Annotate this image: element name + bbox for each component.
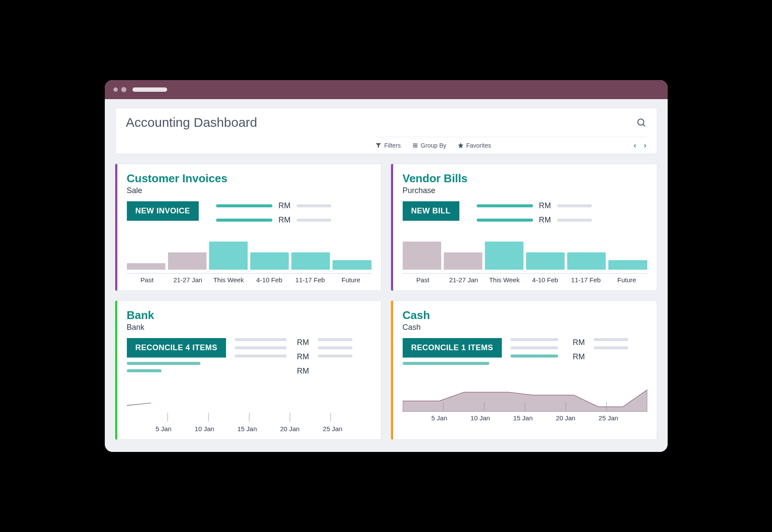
- chart-bar: [127, 263, 165, 270]
- bar-x-axis: Past21-27 JanThis Week4-10 Feb11-17 FebF…: [127, 273, 371, 284]
- favorites-label: Favorites: [466, 142, 491, 149]
- app-window: Accounting Dashboard Filters Group By Fa…: [105, 80, 668, 452]
- currency-label: RM: [539, 216, 551, 225]
- axis-tick-label: 10 Jan: [471, 414, 490, 422]
- chart-bar: [250, 252, 289, 270]
- metric-row: RM: [477, 201, 647, 210]
- list-icon: [412, 142, 418, 148]
- axis-tick-label: 20 Jan: [280, 425, 300, 432]
- axis-tick-label: Past: [403, 276, 443, 284]
- card-cash: Cash Cash RECONCILE 1 ITEMS RM RM: [391, 300, 657, 440]
- axis-tick-label: Past: [127, 276, 168, 284]
- placeholder-bar: [216, 219, 272, 222]
- svg-line-1: [643, 125, 645, 127]
- prev-button[interactable]: ‹: [634, 142, 636, 149]
- chart-bar: [526, 252, 565, 270]
- placeholder-bar: [594, 338, 628, 341]
- axis-tick-label: 25 Jan: [323, 425, 342, 432]
- placeholder-bar: [297, 219, 331, 222]
- chart-bar: [291, 252, 330, 270]
- star-icon: [458, 142, 464, 148]
- groupby-button[interactable]: Group By: [412, 142, 446, 149]
- axis-tick-label: This Week: [208, 276, 249, 284]
- filters-label: Filters: [384, 142, 401, 149]
- chart-bar: [403, 242, 441, 270]
- bank-area-chart: [127, 384, 371, 422]
- currency-label: RM: [573, 352, 585, 361]
- placeholder-bar: [318, 338, 352, 341]
- axis-tick-label: 4-10 Feb: [525, 276, 565, 284]
- placeholder-bar: [477, 219, 533, 222]
- card-subtitle: Cash: [403, 323, 647, 332]
- currency-label: RM: [297, 367, 309, 376]
- placeholder-bar: [557, 204, 592, 207]
- card-title[interactable]: Bank: [127, 309, 371, 322]
- metric-row: RM: [477, 216, 647, 225]
- metric-row: RM: [216, 201, 371, 210]
- card-subtitle: Bank: [127, 323, 371, 332]
- area-x-axis: 5 Jan10 Jan15 Jan20 Jan25 Jan: [403, 412, 647, 422]
- card-subtitle: Sale: [127, 186, 371, 195]
- axis-tick-label: 21-27 Jan: [168, 276, 208, 284]
- placeholder-bar: [297, 204, 331, 207]
- placeholder-bar: [235, 346, 287, 349]
- page-title: Accounting Dashboard: [126, 115, 258, 130]
- groupby-label: Group By: [421, 142, 446, 149]
- currency-label: RM: [539, 201, 551, 210]
- new-invoice-button[interactable]: NEW INVOICE: [127, 201, 199, 221]
- placeholder-bar: [403, 362, 489, 365]
- currency-label: RM: [573, 338, 585, 347]
- axis-tick-label: Future: [330, 276, 371, 284]
- next-button[interactable]: ›: [644, 142, 646, 149]
- placeholder-bar: [318, 346, 352, 349]
- placeholder-bar: [235, 355, 287, 358]
- card-bank: Bank Bank RECONCILE 4 ITEMS RM: [115, 300, 381, 440]
- chart-bar: [444, 252, 482, 270]
- currency-label: RM: [278, 216, 291, 225]
- currency-label: RM: [278, 201, 291, 210]
- card-subtitle: Purchase: [403, 186, 647, 195]
- currency-label: RM: [297, 352, 309, 361]
- placeholder-bar: [594, 346, 628, 349]
- invoices-bar-chart: [127, 235, 371, 270]
- cash-area-chart: [403, 373, 647, 412]
- placeholder-bar: [510, 355, 558, 358]
- placeholder-bar: [510, 346, 558, 349]
- bills-bar-chart: [403, 235, 647, 270]
- chart-bar: [567, 252, 606, 270]
- card-title[interactable]: Customer Invoices: [127, 172, 371, 185]
- axis-tick-label: 4-10 Feb: [249, 276, 290, 284]
- svg-point-0: [638, 119, 644, 125]
- placeholder-bar: [216, 204, 272, 207]
- axis-tick-label: 5 Jan: [155, 425, 171, 432]
- axis-tick-label: 15 Jan: [237, 425, 257, 432]
- axis-tick-label: Future: [606, 276, 647, 284]
- window-dot: [121, 87, 126, 92]
- placeholder-bar: [557, 219, 592, 222]
- axis-tick-label: 20 Jan: [556, 414, 575, 422]
- axis-tick-label: 11-17 Feb: [565, 276, 606, 284]
- reconcile-bank-button[interactable]: RECONCILE 4 ITEMS: [127, 338, 226, 358]
- placeholder-bar: [127, 369, 162, 372]
- new-bill-button[interactable]: NEW BILL: [403, 201, 459, 221]
- chart-bar: [485, 242, 523, 270]
- currency-label: RM: [297, 338, 309, 347]
- chart-bar: [209, 242, 248, 270]
- bar-x-axis: Past21-27 JanThis Week4-10 Feb11-17 FebF…: [403, 273, 647, 284]
- card-vendor-bills: Vendor Bills Purchase NEW BILL RM RM: [391, 164, 657, 291]
- chart-bar: [608, 260, 647, 270]
- card-title[interactable]: Vendor Bills: [403, 172, 647, 185]
- favorites-button[interactable]: Favorites: [458, 142, 491, 149]
- window-titlebar: [105, 80, 668, 99]
- placeholder-bar: [127, 362, 200, 365]
- placeholder-bar: [510, 338, 558, 341]
- axis-tick-label: 5 Jan: [431, 414, 447, 422]
- filters-button[interactable]: Filters: [375, 142, 401, 149]
- reconcile-cash-button[interactable]: RECONCILE 1 ITEMS: [403, 338, 502, 358]
- funnel-icon: [375, 142, 381, 148]
- card-title[interactable]: Cash: [403, 309, 647, 322]
- placeholder-bar: [477, 204, 533, 207]
- placeholder-bar: [318, 355, 352, 358]
- axis-tick-label: This Week: [484, 276, 525, 284]
- search-icon[interactable]: [636, 117, 646, 128]
